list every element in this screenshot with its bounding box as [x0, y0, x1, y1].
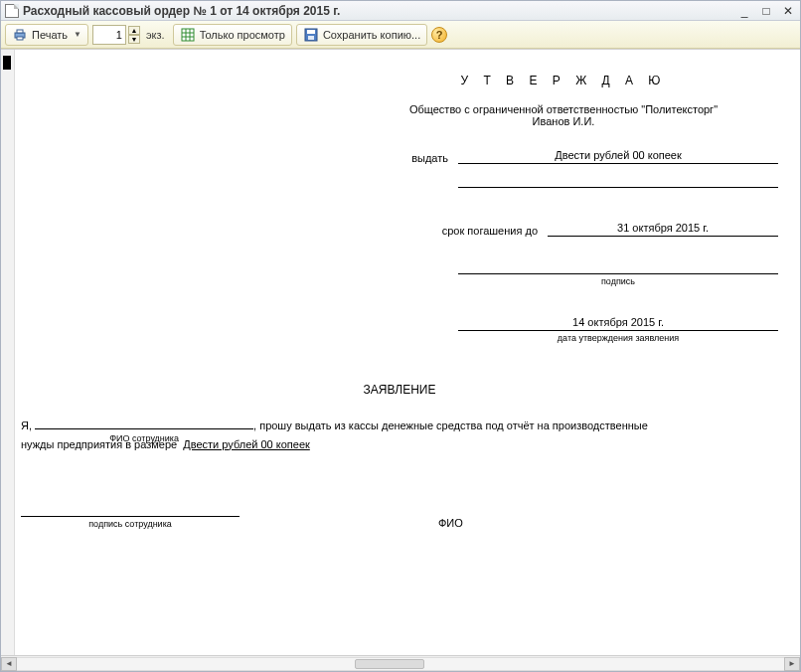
document-area: У Т В Е Р Ж Д А Ю Общество с ограниченно… [1, 49, 800, 655]
window-buttons: _ □ ✕ [736, 4, 796, 18]
window-title: Расходный кассовый ордер № 1 от 14 октяб… [23, 4, 732, 18]
print-label: Печать [32, 29, 68, 41]
table-icon [180, 27, 196, 43]
svg-rect-2 [17, 37, 23, 40]
svg-rect-9 [307, 30, 315, 34]
save-icon [303, 27, 319, 43]
scroll-right-button[interactable]: ► [784, 657, 800, 671]
due-row: срок погашения до 31 октября 2015 г. [349, 222, 778, 237]
issue-blank-line [458, 174, 778, 188]
copies-up[interactable]: ▲ [128, 26, 140, 35]
toolbar: Печать ▼ ▲ ▼ экз. Только просмотр [1, 21, 800, 49]
scroll-track[interactable] [17, 657, 784, 671]
organization-line-1: Общество с ограниченной ответственностью… [349, 103, 778, 115]
employee-signature-line [21, 503, 240, 517]
statement-title: ЗАЯВЛЕНИЕ [21, 383, 778, 397]
help-icon: ? [436, 29, 443, 41]
save-copy-button[interactable]: Сохранить копию... [296, 24, 427, 46]
svg-rect-10 [308, 36, 314, 40]
signature-line [458, 260, 778, 274]
page: У Т В Е Р Ж Д А Ю Общество с ограниченно… [15, 50, 800, 655]
printer-icon [12, 27, 28, 43]
statement-body: Я, ФИО сотрудника , прошу выдать из касс… [21, 417, 778, 453]
ruler-caret-icon [3, 56, 11, 70]
help-button[interactable]: ? [431, 27, 447, 43]
scroll-left-button[interactable]: ◄ [1, 657, 17, 671]
approval-date: 14 октября 2015 г. [458, 316, 778, 331]
save-copy-label: Сохранить копию... [323, 29, 420, 41]
copies-input[interactable] [92, 25, 126, 45]
vertical-ruler [1, 50, 15, 655]
issue-row: выдать Двести рублей 00 копеек [349, 149, 778, 164]
maximize-button[interactable]: □ [758, 4, 774, 18]
copies-unit: экз. [142, 29, 169, 41]
copies-stepper: ▲ ▼ экз. [92, 25, 169, 45]
body-middle: , прошу выдать из кассы денежные средств… [253, 420, 648, 431]
issue-row-2 [349, 174, 778, 188]
approval-date-block: 14 октября 2015 г. дата утверждения заяв… [458, 316, 778, 343]
issue-label: выдать [349, 152, 458, 164]
titlebar: Расходный кассовый ордер № 1 от 14 октяб… [1, 1, 800, 21]
employee-signature-row: подпись сотрудника ФИО [21, 503, 778, 529]
due-date: 31 октября 2015 г. [548, 222, 778, 237]
employee-fio-hint: ФИО сотрудника [35, 431, 253, 446]
close-button[interactable]: ✕ [780, 4, 796, 18]
svg-rect-1 [17, 30, 23, 33]
approval-date-hint: дата утверждения заявления [458, 333, 778, 343]
employee-signature-blank: подпись сотрудника [21, 503, 240, 529]
employee-fio-blank: ФИО сотрудника [35, 418, 253, 429]
horizontal-scrollbar[interactable]: ◄ ► [1, 655, 800, 671]
print-button[interactable]: Печать ▼ [5, 24, 88, 46]
dropdown-arrow-icon: ▼ [74, 30, 81, 39]
preview-only-label: Только просмотр [200, 29, 285, 41]
svg-rect-3 [182, 29, 194, 41]
organization-line-2: Иванов И.И. [349, 115, 778, 127]
due-label: срок погашения до [349, 225, 548, 237]
approval-block: У Т В Е Р Ж Д А Ю Общество с ограниченно… [349, 74, 778, 343]
minimize-button[interactable]: _ [736, 4, 752, 18]
app-window: Расходный кассовый ордер № 1 от 14 октяб… [0, 0, 801, 672]
copies-down[interactable]: ▼ [128, 35, 140, 44]
approve-title: У Т В Е Р Ж Д А Ю [349, 74, 778, 87]
employee-signature-hint: подпись сотрудника [21, 519, 240, 529]
signature-hint: подпись [458, 276, 778, 286]
scroll-thumb[interactable] [355, 659, 424, 669]
signature-block: подпись [458, 260, 778, 286]
issue-amount: Двести рублей 00 копеек [458, 149, 778, 164]
preview-only-button[interactable]: Только просмотр [173, 24, 292, 46]
body-prefix: Я, [21, 420, 32, 431]
copies-spinner: ▲ ▼ [128, 26, 140, 44]
fio-label: ФИО [438, 517, 463, 529]
document-icon [5, 4, 19, 18]
